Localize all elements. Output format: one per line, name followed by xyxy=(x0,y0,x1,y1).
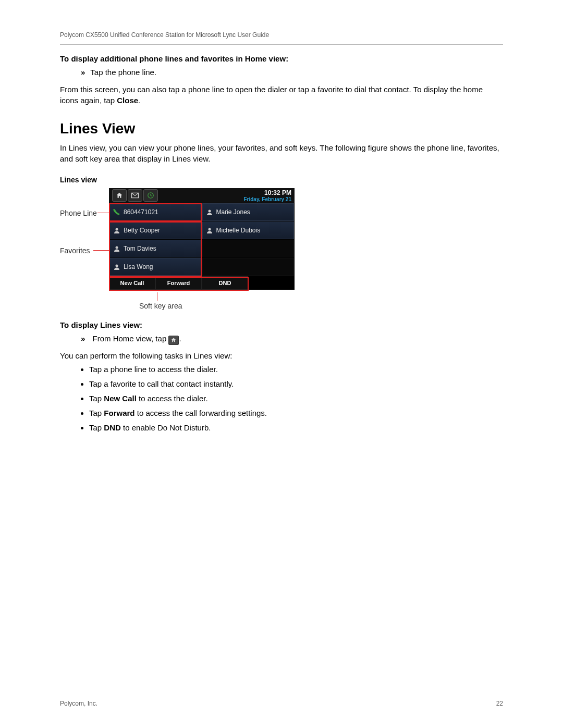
softkey-forward[interactable]: Forward xyxy=(155,276,202,290)
softkey-row: New Call Forward DND xyxy=(109,276,295,290)
recent-icon[interactable] xyxy=(143,189,158,202)
task-text: to enable Do Not Disturb. xyxy=(121,423,211,432)
svg-point-4 xyxy=(208,228,211,231)
clock-date: Friday, February 21 xyxy=(243,196,291,202)
softkey-empty xyxy=(248,276,295,290)
empty-cell xyxy=(202,240,295,257)
header-rule xyxy=(60,44,503,45)
figure-caption: Lines view xyxy=(60,176,503,184)
task-bold: New Call xyxy=(104,394,137,403)
home-icon[interactable] xyxy=(112,189,127,202)
callout-line-fav xyxy=(93,250,109,251)
task-text: Tap xyxy=(89,394,104,403)
phone-line-number: 8604471021 xyxy=(124,208,158,216)
callout-favorites: Favorites xyxy=(60,246,90,255)
contact-icon xyxy=(206,227,213,234)
clock-time: 10:32 PM xyxy=(243,189,291,196)
task-text: to access the dialer. xyxy=(137,394,208,403)
callout-softkey: Soft key area xyxy=(139,302,182,310)
handset-icon xyxy=(113,208,120,216)
favorite-cell-betty[interactable]: Betty Cooper xyxy=(109,221,202,239)
paragraph-1: From this screen, you can also tap a pho… xyxy=(60,84,503,106)
task-text: Tap a phone line to access the dialer. xyxy=(89,365,218,374)
task-text: Tap xyxy=(89,409,104,417)
task-text: Tap xyxy=(89,423,104,432)
favorite-cell-tom[interactable]: Tom Davies xyxy=(109,240,202,257)
status-time-block: 10:32 PM Friday, February 21 xyxy=(243,189,291,202)
instruction-2-item: From Home view, tap . xyxy=(81,332,503,345)
instruction-heading-1: To display additional phone lines and fa… xyxy=(60,54,503,63)
home-icon-inline xyxy=(168,336,179,345)
favorite-label: Lisa Wong xyxy=(124,263,153,270)
phone-line-cell[interactable]: 8604471021 xyxy=(109,203,202,221)
p1-close-bold: Close xyxy=(117,96,138,105)
softkey-new-call[interactable]: New Call xyxy=(109,276,155,290)
favorite-cell-lisa[interactable]: Lisa Wong xyxy=(109,258,202,276)
task-bold: Forward xyxy=(104,409,134,417)
section-title: Lines View xyxy=(60,120,503,137)
svg-point-5 xyxy=(116,246,118,249)
contact-icon xyxy=(206,208,213,216)
favorite-label: Marie Jones xyxy=(216,208,250,216)
contact-icon xyxy=(113,263,120,270)
task-item: Tap Forward to access the call forwardin… xyxy=(89,407,503,419)
callout-phone-line: Phone Line xyxy=(60,209,97,217)
instr2-suffix: . xyxy=(179,334,181,343)
favorite-label: Michelle Dubois xyxy=(216,227,261,234)
task-bold: DND xyxy=(104,423,121,432)
favorite-label: Tom Davies xyxy=(124,245,156,252)
footer-page-number: 22 xyxy=(496,700,503,707)
svg-point-2 xyxy=(208,210,211,213)
empty-cell xyxy=(202,258,295,276)
paragraph-2: In Lines view, you can view your phone l… xyxy=(60,142,503,164)
instr2-prefix: From Home view, tap xyxy=(93,334,169,343)
favorite-cell-michelle[interactable]: Michelle Dubois xyxy=(202,221,295,239)
svg-point-3 xyxy=(116,228,118,231)
svg-point-6 xyxy=(116,265,118,267)
instruction-1-item: Tap the phone line. xyxy=(81,66,503,79)
callout-line-phone xyxy=(97,213,109,213)
messages-icon[interactable] xyxy=(128,189,142,202)
task-item: Tap New Call to access the dialer. xyxy=(89,392,503,405)
task-text: Tap a favorite to call that contact inst… xyxy=(89,379,234,388)
footer-company: Polycom, Inc. xyxy=(60,700,97,707)
status-bar: 10:32 PM Friday, February 21 xyxy=(109,188,295,203)
phone-screen: 10:32 PM Friday, February 21 8604471021 xyxy=(109,188,295,290)
task-item: Tap a favorite to call that contact inst… xyxy=(89,378,503,390)
instruction-heading-2: To display Lines view: xyxy=(60,320,503,329)
softkey-dnd[interactable]: DND xyxy=(202,276,248,290)
contact-icon xyxy=(113,245,120,252)
lines-view-figure: Phone Line Favorites Soft key area xyxy=(60,188,503,316)
task-text: to access the call forwarding settings. xyxy=(135,409,267,417)
contact-icon xyxy=(113,227,120,234)
task-item: Tap DND to enable Do Not Disturb. xyxy=(89,422,503,434)
paragraph-3: You can perform the following tasks in L… xyxy=(60,350,503,361)
doc-header: Polycom CX5500 Unified Conference Statio… xyxy=(60,31,503,39)
favorite-label: Betty Cooper xyxy=(124,227,160,234)
lines-grid: 8604471021 Marie Jones Betty Cooper xyxy=(109,203,295,276)
callout-line-softkey xyxy=(157,292,157,301)
favorite-cell-marie[interactable]: Marie Jones xyxy=(202,203,295,221)
page-footer: Polycom, Inc. 22 xyxy=(60,700,503,707)
p1-text-b: . xyxy=(138,96,140,105)
tasks-list: Tap a phone line to access the dialer. T… xyxy=(60,363,503,434)
task-item: Tap a phone line to access the dialer. xyxy=(89,363,503,376)
